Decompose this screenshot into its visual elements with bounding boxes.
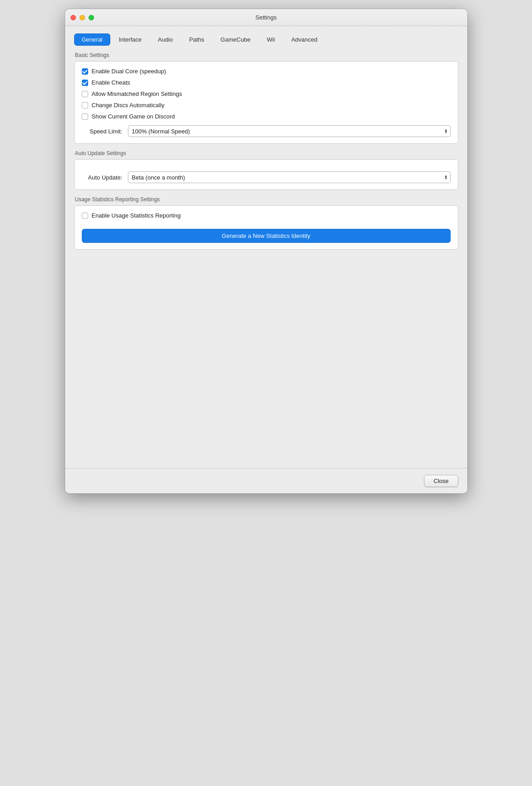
tab-advanced[interactable]: Advanced	[283, 33, 325, 46]
auto-update-select[interactable]: Dev (multiple times a day) Beta (once a …	[128, 171, 451, 183]
discord-row: Show Current Game on Discord	[82, 113, 451, 120]
discord-label[interactable]: Show Current Game on Discord	[92, 113, 175, 120]
settings-window: Settings General Interface Audio Paths G…	[65, 9, 467, 493]
speed-limit-select[interactable]: 100% (Normal Speed)	[128, 125, 451, 137]
dual-core-checkbox[interactable]	[82, 68, 88, 75]
content-area: General Interface Audio Paths GameCube W…	[65, 26, 467, 468]
tab-general[interactable]: General	[74, 33, 110, 46]
tab-interface[interactable]: Interface	[111, 33, 150, 46]
auto-update-box: Auto Update: Dev (multiple times a day) …	[74, 159, 458, 190]
usage-stats-checkbox-label[interactable]: Enable Usage Statistics Reporting	[92, 212, 181, 219]
minimize-window-button[interactable]	[80, 15, 85, 20]
auto-update-label: Auto Update Settings	[74, 150, 458, 156]
cheats-checkbox[interactable]	[82, 80, 88, 86]
discs-checkbox[interactable]	[82, 102, 88, 109]
auto-update-field-label: Auto Update:	[82, 174, 122, 181]
region-checkbox[interactable]	[82, 91, 88, 97]
titlebar: Settings	[65, 9, 467, 26]
auto-update-select-wrapper: Dev (multiple times a day) Beta (once a …	[128, 171, 451, 183]
discs-label[interactable]: Change Discs Automatically	[92, 102, 165, 109]
basic-settings-label: Basic Settings	[74, 52, 458, 58]
tab-audio[interactable]: Audio	[150, 33, 180, 46]
usage-stats-row: Enable Usage Statistics Reporting	[82, 212, 451, 219]
tab-gamecube[interactable]: GameCube	[213, 33, 258, 46]
maximize-window-button[interactable]	[89, 15, 94, 20]
close-window-button[interactable]	[71, 15, 76, 20]
auto-update-section: Auto Update Settings Auto Update: Dev (m…	[74, 150, 458, 190]
discord-checkbox[interactable]	[82, 114, 88, 120]
usage-statistics-label: Usage Statistics Reporting Settings	[74, 196, 458, 203]
basic-settings-box: Enable Dual Core (speedup) Enable Cheats…	[74, 61, 458, 144]
region-label[interactable]: Allow Mismatched Region Settings	[92, 90, 182, 97]
usage-statistics-box: Enable Usage Statistics Reporting Genera…	[74, 205, 458, 250]
discs-row: Change Discs Automatically	[82, 102, 451, 109]
cheats-label[interactable]: Enable Cheats	[92, 79, 130, 86]
speed-limit-select-wrapper: 100% (Normal Speed) ⬍	[128, 125, 451, 137]
main-area: Basic Settings Enable Dual Core (speedup…	[74, 52, 458, 459]
tab-paths[interactable]: Paths	[182, 33, 212, 46]
speed-limit-label: Speed Limit:	[82, 128, 122, 135]
dual-core-row: Enable Dual Core (speedup)	[82, 68, 451, 75]
tab-wii[interactable]: Wii	[259, 33, 282, 46]
close-button[interactable]: Close	[424, 475, 458, 487]
region-row: Allow Mismatched Region Settings	[82, 90, 451, 97]
auto-update-row: Auto Update: Dev (multiple times a day) …	[82, 171, 451, 183]
window-title: Settings	[255, 14, 277, 21]
speed-limit-row: Speed Limit: 100% (Normal Speed) ⬍	[82, 125, 451, 137]
bottom-bar: Close	[65, 468, 467, 493]
basic-settings-section: Basic Settings Enable Dual Core (speedup…	[74, 52, 458, 144]
generate-stats-identity-button[interactable]: Generate a New Statistics Identity	[82, 229, 451, 243]
tab-bar: General Interface Audio Paths GameCube W…	[74, 33, 458, 46]
usage-statistics-section: Usage Statistics Reporting Settings Enab…	[74, 196, 458, 250]
dual-core-label[interactable]: Enable Dual Core (speedup)	[92, 68, 166, 75]
usage-stats-checkbox[interactable]	[82, 213, 88, 219]
cheats-row: Enable Cheats	[82, 79, 451, 86]
window-controls	[71, 15, 94, 20]
